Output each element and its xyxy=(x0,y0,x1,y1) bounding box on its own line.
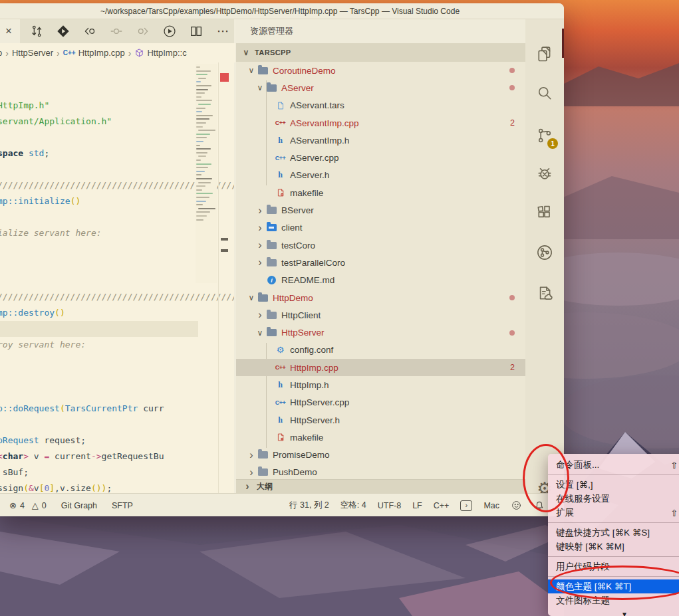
git-compare-icon[interactable] xyxy=(28,23,45,40)
previous-change-icon[interactable] xyxy=(81,23,98,40)
tree-item-promisedemo[interactable]: ›PromiseDemo xyxy=(236,447,525,464)
tree-item-httpserver-h[interactable]: hHttpServer.h xyxy=(236,411,525,429)
chevron-right-icon: › xyxy=(247,452,256,459)
makefile-icon xyxy=(275,187,286,198)
menu-item-command-palette[interactable]: 命令面板...⇧⌘P xyxy=(548,458,679,472)
code-line: sBuf; xyxy=(0,464,29,480)
minimap-line xyxy=(196,126,203,128)
gitlens-icon[interactable] xyxy=(55,23,72,40)
extensions-icon[interactable] xyxy=(525,197,564,229)
tree-item-label: HttpServer.h xyxy=(290,415,340,425)
menu-item-online-settings[interactable]: 在线服务设置 xyxy=(548,492,679,506)
tree-item-testparallelcoro[interactable]: ›testParallelCoro xyxy=(236,254,525,271)
git-graph-view-icon[interactable] xyxy=(525,237,564,268)
tree-item-config-conf[interactable]: ⚙config.conf xyxy=(236,342,525,359)
menu-separator xyxy=(548,556,679,557)
tree-item-aserver-cpp[interactable]: C++AServer.cpp xyxy=(236,149,525,166)
menu-item-settings[interactable]: 设置 [⌘,] xyxy=(548,478,679,492)
tree-item-label: config.conf xyxy=(290,345,333,355)
tree-item-makefile-2[interactable]: makefile xyxy=(236,429,525,446)
status-sftp[interactable]: SFTP xyxy=(112,501,133,510)
tree-item-client[interactable]: ›client xyxy=(236,219,525,237)
tree-item-coroutinedemo[interactable]: ∨CoroutineDemo xyxy=(236,62,525,79)
status-feedback[interactable] xyxy=(511,500,522,511)
tree-item-label: PushDemo xyxy=(273,467,317,477)
minimap-line xyxy=(196,185,205,187)
search-icon[interactable] xyxy=(525,77,564,109)
chevron-right-icon: › xyxy=(243,483,252,490)
tree-item-aserver[interactable]: ∨AServer xyxy=(236,79,525,96)
debug-icon[interactable] xyxy=(525,157,564,189)
code-line: ialize servant here: xyxy=(0,225,102,241)
chevron-right-icon: › xyxy=(255,207,265,214)
activity-bar: 1 ⚙ xyxy=(525,19,564,493)
header-file-icon: h xyxy=(275,415,286,425)
tree-item-httpimp-h[interactable]: hHttpImp.h xyxy=(236,376,525,393)
tree-item-bserver[interactable]: ›BServer xyxy=(236,201,525,219)
close-icon[interactable]: × xyxy=(1,23,16,39)
breadcrumb-item[interactable]: HttpServer xyxy=(12,48,53,58)
status-errors-warnings[interactable]: ⊗4△0 xyxy=(9,500,47,510)
more-actions-icon[interactable]: ⋯ xyxy=(214,23,231,40)
tree-item-httpimp-cpp[interactable]: C++HttpImp.cpp2 xyxy=(236,359,525,376)
menu-item-keyboard-shortcuts[interactable]: 键盘快捷方式 [⌘K ⌘S] xyxy=(548,526,679,540)
minimap-line xyxy=(196,159,201,161)
tree-item-testcoro[interactable]: ›testCoro xyxy=(236,237,525,254)
tree-item-label: makefile xyxy=(290,433,323,443)
minimap-line xyxy=(196,85,211,86)
tree-item-httpclient[interactable]: ›HttpClient xyxy=(236,306,525,324)
tree-item-httpdemo[interactable]: ∨HttpDemo xyxy=(236,289,525,306)
menu-item-extensions[interactable]: 扩展⇧⌘X xyxy=(548,506,679,520)
tree-item-httpserver-cpp[interactable]: C++HttpServer.cpp xyxy=(236,394,525,411)
sftp-view-icon[interactable] xyxy=(525,277,564,309)
status-notifications[interactable] xyxy=(533,500,545,512)
tree-item-httpserver[interactable]: ∨HttpServer xyxy=(236,324,525,341)
tree-item-aservantimp-cpp[interactable]: C++AServantImp.cpp2 xyxy=(236,114,525,132)
menu-item-label: 键盘快捷方式 [⌘K ⌘S] xyxy=(556,527,650,539)
status-language-mode[interactable]: C++ xyxy=(434,501,450,510)
status-cursor-position[interactable]: 行 31, 列 2 xyxy=(289,500,329,511)
tree-item-aservantimp-h[interactable]: hAServantImp.h xyxy=(236,132,525,149)
status-encoding[interactable]: UTF-8 xyxy=(378,501,401,510)
minimap-line xyxy=(196,197,209,198)
tree-item-readme-md[interactable]: iREADME.md xyxy=(236,272,525,289)
status-indentation[interactable]: 空格: 4 xyxy=(340,500,366,511)
explorer-icon[interactable] xyxy=(525,38,564,70)
menu-item-file-icon-theme[interactable]: 文件图标主题 xyxy=(548,593,679,607)
minimap-line xyxy=(196,193,213,194)
menu-item-color-theme[interactable]: 颜色主题 [⌘K ⌘T] xyxy=(548,579,679,593)
workspace-section-header[interactable]: ∨ TARSCPP xyxy=(236,43,525,62)
menu-item-label: 扩展 xyxy=(556,507,574,519)
status-platform[interactable]: Mac xyxy=(483,501,499,510)
status-eol[interactable]: LF xyxy=(412,501,422,510)
tree-item-aserver-h[interactable]: hAServer.h xyxy=(236,167,525,184)
status-git-graph[interactable]: Git Graph xyxy=(61,501,97,510)
chevron-down-icon: ∨ xyxy=(247,66,256,75)
breadcrumb[interactable]: o›HttpServer›C++HttpImp.cpp›HttpImp::c xyxy=(0,43,235,62)
tree-item-makefile-1[interactable]: makefile xyxy=(236,184,525,201)
minimap-line xyxy=(196,189,202,191)
tree-item-label: HttpImp.h xyxy=(290,380,329,390)
code-editor[interactable]: HttpImp.h"servant/Application.h"space st… xyxy=(0,62,234,493)
status-tasks[interactable]: › xyxy=(460,500,472,511)
breadcrumb-item[interactable]: HttpImp::c xyxy=(147,48,186,58)
menu-scroll-down-icon[interactable]: ▼ xyxy=(548,611,679,616)
minimap-line xyxy=(196,204,203,205)
menu-item-label: 颜色主题 [⌘K ⌘T] xyxy=(556,581,631,593)
menu-item-user-snippets[interactable]: 用户代码片段 xyxy=(548,560,679,573)
next-change-icon[interactable] xyxy=(134,23,152,40)
minimap[interactable] xyxy=(196,64,217,283)
minimap-line xyxy=(196,66,200,68)
tree-item-aservant-tars[interactable]: AServant.tars xyxy=(236,97,525,114)
minimap-line xyxy=(196,178,212,179)
split-editor-icon[interactable] xyxy=(188,23,205,40)
outline-section-header[interactable]: › 大纲 xyxy=(236,479,525,493)
run-code-icon[interactable] xyxy=(161,23,178,40)
current-change-icon[interactable] xyxy=(108,23,125,40)
minimap-line xyxy=(196,215,207,217)
source-control-icon[interactable]: 1 xyxy=(525,120,564,152)
minimap-line xyxy=(196,89,208,90)
breadcrumb-item[interactable]: HttpImp.cpp xyxy=(78,48,125,58)
menu-item-keymaps[interactable]: 键映射 [⌘K ⌘M] xyxy=(548,540,679,554)
minimap-line xyxy=(196,92,205,94)
